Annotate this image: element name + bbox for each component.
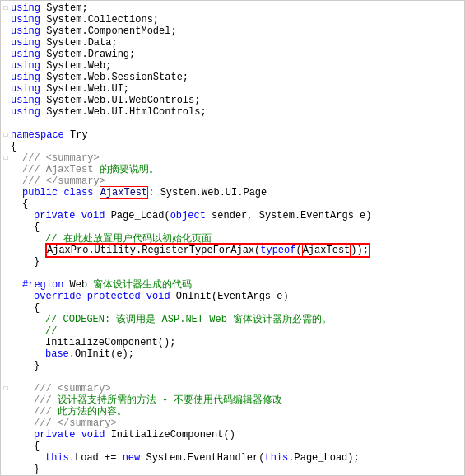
code-text: namespace Try [11,129,464,141]
code-line: { [1,222,464,233]
code-line: override protected void OnInit(EventArgs… [1,291,464,302]
code-text: /// AjaxTest 的摘要说明。 [11,164,464,175]
code-line: □/// <summary> [1,152,464,164]
code-line: using System.Web.SessionState; [1,72,464,83]
code-line [1,118,464,129]
code-line: AjaxPro.Utility.RegisterTypeForAjax(type… [1,245,464,256]
code-text: private void Page_Load(object sender, Sy… [11,210,464,222]
code-text: // CODEGEN: 该调用是 ASP.NET Web 窗体设计器所必需的。 [11,314,464,325]
code-text: using System; [11,2,464,14]
code-line: using System.Web.UI.WebControls; [1,95,464,106]
code-text: using System.Web; [11,60,464,72]
gutter-marker: □ [1,2,11,14]
code-text: using System.Web.SessionState; [11,72,464,83]
code-editor: □using System;using System.Collections;u… [0,0,465,476]
code-text: /// 此方法的内容。 [11,406,464,418]
code-line: { [1,141,464,152]
code-line: // [1,325,464,337]
code-text: using System.Data; [11,37,464,49]
code-line [1,371,464,383]
code-line: { [1,198,464,210]
code-line: } [1,256,464,268]
code-text: InitializeComponent(); [11,337,464,348]
code-text: { [11,302,464,314]
code-line: // CODEGEN: 该调用是 ASP.NET Web 窗体设计器所必需的。 [1,314,464,325]
code-line: □using System; [1,2,464,14]
code-text: { [11,441,464,452]
code-line: using System.Web.UI.HtmlControls; [1,106,464,118]
code-text: { [11,198,464,210]
code-text: { [11,141,464,152]
code-line: /// AjaxTest 的摘要说明。 [1,164,464,175]
code-text: } [11,464,464,475]
code-line: #region Web 窗体设计器生成的代码 [1,279,464,291]
code-text: { [11,222,464,233]
code-text: override protected void OnInit(EventArgs… [11,291,464,302]
code-text: } [11,360,464,371]
code-text: using System.ComponentModel; [11,26,464,37]
code-line: /// </summary> [1,418,464,429]
code-text: this.Load += new System.EventHandler(thi… [11,452,464,464]
code-line: using System.ComponentModel; [1,26,464,37]
gutter-marker: □ [1,383,11,394]
code-text: private void InitializeComponent() [11,429,464,441]
code-text: /// </summary> [11,175,464,187]
code-text: /// </summary> [11,418,464,429]
code-text: using System.Web.UI; [11,83,464,95]
code-text: public class AjaxTest: System.Web.UI.Pag… [11,187,464,198]
code-line: } [1,360,464,371]
code-text: using System.Collections; [11,14,464,26]
code-line: base.OnInit(e); [1,348,464,360]
code-text: /// <summary> [11,383,464,394]
code-text: using System.Web.UI.HtmlControls; [11,106,464,118]
code-text: } [11,256,464,268]
code-line: private void Page_Load(object sender, Sy… [1,210,464,222]
code-text: /// 设计器支持所需的方法 - 不要使用代码编辑器修改 [11,394,464,406]
code-text: // [11,325,464,337]
code-line: □/// <summary> [1,383,464,394]
gutter-marker: □ [1,152,11,164]
code-line: InitializeComponent(); [1,337,464,348]
code-text: using System.Web.UI.WebControls; [11,95,464,106]
code-line: { [1,302,464,314]
code-line: using System.Data; [1,37,464,49]
code-line: private void InitializeComponent() [1,429,464,441]
code-line: using System.Web.UI; [1,83,464,95]
code-line: /// 此方法的内容。 [1,406,464,418]
code-line: } [1,464,464,475]
code-text: #region Web 窗体设计器生成的代码 [11,279,464,291]
code-line [1,268,464,279]
code-line: using System.Drawing; [1,49,464,60]
code-line: /// </summary> [1,175,464,187]
code-line: this.Load += new System.EventHandler(thi… [1,452,464,464]
code-line: public class AjaxTest: System.Web.UI.Pag… [1,187,464,198]
code-text: base.OnInit(e); [11,348,464,360]
code-text: AjaxPro.Utility.RegisterTypeForAjax(type… [11,245,464,256]
code-text: /// <summary> [11,152,464,164]
code-text: using System.Drawing; [11,49,464,60]
code-content: □using System;using System.Collections;u… [1,1,464,476]
code-line: □namespace Try [1,129,464,141]
gutter-marker: □ [1,129,11,141]
code-line: using System.Collections; [1,14,464,26]
code-line: /// 设计器支持所需的方法 - 不要使用代码编辑器修改 [1,394,464,406]
code-line: using System.Web; [1,60,464,72]
code-line: { [1,441,464,452]
